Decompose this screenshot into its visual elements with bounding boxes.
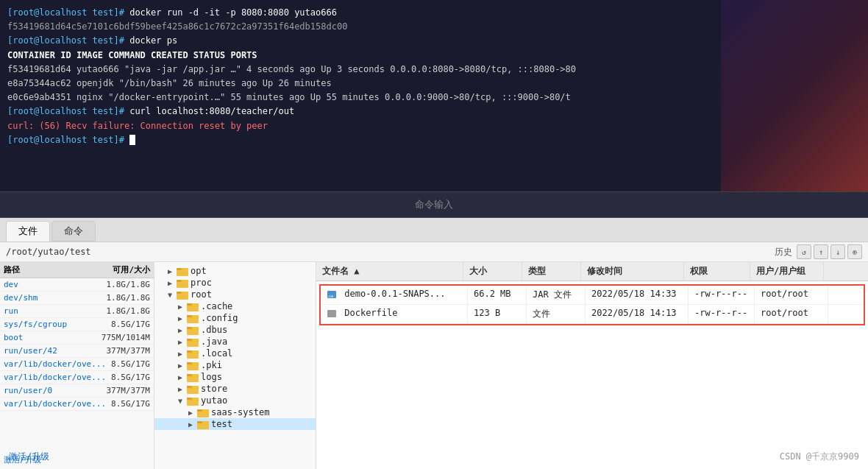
tree-item-logs[interactable]: ▶ logs	[154, 371, 316, 383]
tab-commands[interactable]: 命令	[51, 221, 96, 241]
tree-label-local: .local	[201, 348, 232, 359]
folder-icon-logs	[187, 372, 199, 382]
disk-size-7: 8.5G/17G	[111, 373, 150, 382]
header-owner: 用户/用户组	[750, 262, 824, 281]
tree-item-yutao[interactable]: ▼ yutao	[154, 395, 316, 406]
arrow-saas: ▶	[188, 409, 197, 417]
command-input-label: 命令输入	[415, 198, 453, 211]
file-name-text-0: demo-0.0.1-SNAPS...	[344, 289, 445, 299]
header-size: 大小	[463, 262, 522, 281]
tree-label-logs: logs	[201, 372, 222, 382]
folder-icon-root	[177, 289, 188, 300]
tree-item-root[interactable]: ▼ root	[154, 289, 316, 300]
fm-toolbar: /root/yutao/test 历史 ↺ ↑ ↓ ⊕	[0, 242, 868, 262]
file-icon-docker	[327, 308, 337, 319]
disk-row-2[interactable]: run 1.8G/1.8G	[0, 305, 154, 318]
disk-row-5[interactable]: run/user/42 377M/377M	[0, 345, 154, 358]
fm-content: 路径 可用/大小 dev 1.8G/1.8G dev/shm 1.8G/1.8G…	[0, 262, 868, 469]
disk-size-1: 1.8G/1.8G	[106, 293, 150, 303]
row-0-text: f53419681d64 yutao666 "java -jar /app.ja…	[7, 64, 576, 74]
arrow-yutao: ▼	[178, 397, 187, 405]
tree-item-test[interactable]: ▶ test	[154, 418, 316, 430]
tree-item-dbus[interactable]: ▶ .dbus	[154, 324, 316, 336]
toolbar-up-btn[interactable]: ↑	[814, 244, 828, 259]
tree-item-local[interactable]: ▶ .local	[154, 348, 316, 359]
file-manager-area: 文件 命令 /root/yutao/test 历史 ↺ ↑ ↓ ⊕ 路径 可用/…	[0, 218, 868, 469]
arrow-pki: ▶	[178, 362, 187, 370]
error-text: curl: (56) Recv failure: Connection rese…	[7, 121, 268, 131]
arrow-root: ▼	[168, 291, 177, 299]
folder-icon-saas	[197, 407, 209, 417]
disk-row-9[interactable]: var/lib/docker/ove... 8.5G/17G	[0, 398, 154, 411]
file-size-0: 66.2 MB	[468, 286, 527, 304]
disk-row-3[interactable]: sys/fs/cgroup 8.5G/17G	[0, 318, 154, 331]
file-list-body: JAR demo-0.0.1-SNAPS... 66.2 MB JAR 文件 2…	[316, 281, 868, 469]
toolbar-refresh-btn[interactable]: ↺	[797, 244, 811, 259]
file-list-panel: 文件名 ▲ 大小 类型 修改时间 权限 用户/用户组 JAR demo-0.0.…	[316, 262, 868, 469]
file-row-0[interactable]: JAR demo-0.0.1-SNAPS... 66.2 MB JAR 文件 2…	[321, 286, 864, 305]
disk-row-0[interactable]: dev 1.8G/1.8G	[0, 278, 154, 292]
disk-row-8[interactable]: run/user/0 377M/377M	[0, 384, 154, 398]
disk-row-1[interactable]: dev/shm 1.8G/1.8G	[0, 292, 154, 305]
command-input-bar[interactable]: 命令输入	[0, 191, 868, 218]
disk-size-6: 8.5G/17G	[111, 359, 150, 369]
svg-rect-7	[187, 303, 192, 306]
tree-item-store[interactable]: ▶ store	[154, 383, 316, 395]
terminal-content: [root@localhost test]# docker run -d -it…	[0, 0, 868, 191]
folder-icon-proc	[177, 278, 188, 288]
arrow-store: ▶	[178, 385, 187, 393]
disk-path-7: var/lib/docker/ove...	[4, 373, 111, 382]
arrow-local: ▶	[178, 350, 187, 358]
tab-files[interactable]: 文件	[6, 221, 50, 241]
tree-item-saas[interactable]: ▶ saas-system	[154, 406, 316, 418]
tree-label-saas: saas-system	[211, 407, 269, 417]
terminal-line-1: [root@localhost test]# docker run -d -it…	[7, 6, 861, 20]
svg-rect-5	[177, 292, 182, 294]
svg-rect-25	[197, 409, 202, 412]
file-row-1[interactable]: Dockerfile 123 B 文件 2022/05/18 14:13 -rw…	[321, 305, 864, 324]
disk-size-3: 8.5G/17G	[111, 320, 150, 329]
terminal-line-curl: [root@localhost test]# curl localhost:80…	[7, 105, 861, 119]
disk-size-2: 1.8G/1.8G	[106, 306, 150, 316]
folder-icon-test	[197, 419, 209, 429]
disk-path-6: var/lib/docker/ove...	[4, 359, 111, 369]
row-2-text: e0c6e9ab4351 nginx "/docker-entrypoint.……	[7, 92, 571, 102]
disk-col-path: 路径	[0, 262, 77, 278]
cursor	[129, 135, 135, 145]
activate-label[interactable]: 激活/升级	[9, 451, 49, 463]
tree-item-config[interactable]: ▶ .config	[154, 312, 316, 324]
toolbar-down-btn[interactable]: ↓	[830, 244, 845, 259]
folder-icon-config	[187, 313, 199, 323]
terminal-row-1: e8a75344ac62 openjdk "/bin/bash" 26 minu…	[7, 77, 861, 91]
toolbar-add-btn[interactable]: ⊕	[847, 244, 862, 259]
disk-row-4[interactable]: boot 775M/1014M	[0, 331, 154, 345]
file-name-text-1: Dockerfile	[344, 308, 397, 318]
disk-size-4: 775M/1014M	[102, 333, 150, 342]
tree-label-store: store	[201, 384, 227, 394]
jar-icon-svg: JAR	[327, 289, 337, 300]
tree-item-cache[interactable]: ▶ .cache	[154, 300, 316, 312]
tree-item-proc[interactable]: ▶ proc	[154, 277, 316, 289]
cmd-3: docker ps	[129, 35, 177, 46]
svg-rect-17	[187, 362, 192, 364]
file-type-0: JAR 文件	[527, 286, 586, 304]
folder-icon-local	[187, 348, 199, 359]
disk-row-6[interactable]: var/lib/docker/ove... 8.5G/17G	[0, 358, 154, 371]
tree-item-java[interactable]: ▶ .java	[154, 336, 316, 348]
highlight-box: JAR demo-0.0.1-SNAPS... 66.2 MB JAR 文件 2…	[319, 284, 865, 325]
tree-item-pki[interactable]: ▶ .pki	[154, 359, 316, 371]
disk-row-7[interactable]: var/lib/docker/ove... 8.5G/17G	[0, 371, 154, 384]
tree-label-root: root	[191, 289, 212, 300]
disk-path-9: var/lib/docker/ove...	[4, 399, 111, 409]
tree-item-opt[interactable]: ▶ opt	[154, 265, 316, 277]
tree-label-cache: .cache	[201, 301, 232, 311]
file-perms-1: -rw-r--r--	[689, 305, 755, 323]
file-type-1: 文件	[527, 305, 586, 323]
file-size-1: 123 B	[468, 305, 527, 323]
table-header-text: CONTAINER ID IMAGE COMMAND CREATED STATU…	[7, 50, 257, 60]
terminal-last-prompt: [root@localhost test]#	[7, 133, 861, 147]
prompt-curl: [root@localhost test]#	[7, 106, 129, 116]
svg-rect-15	[187, 350, 192, 353]
docker-icon-svg	[327, 308, 337, 319]
prompt-last: [root@localhost test]#	[7, 135, 129, 145]
